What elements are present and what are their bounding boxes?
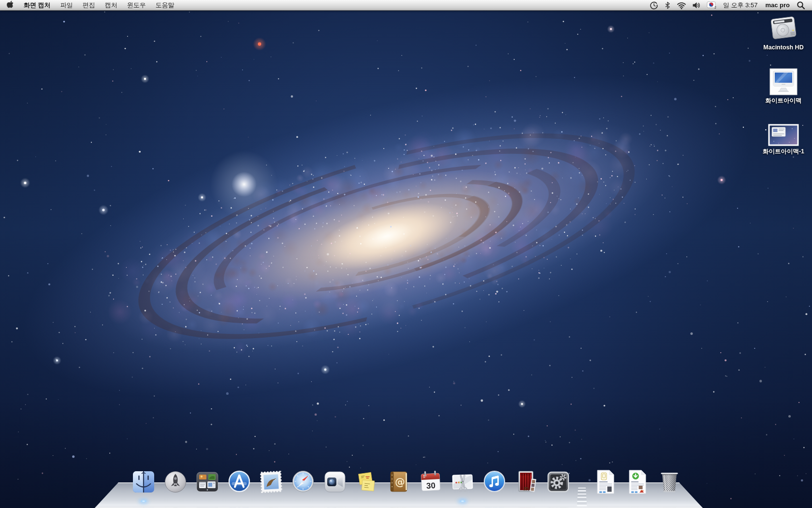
desktop-icon-white-imac-1[interactable]: 화이트아이맥-1 <box>754 124 812 156</box>
dock-item-stickies[interactable] <box>355 469 378 494</box>
address-book-icon: @ <box>387 469 410 494</box>
svg-text:@: @ <box>395 476 405 488</box>
dock-item-ical[interactable]: 30 30 <box>419 469 442 494</box>
document-1-icon <box>594 469 617 494</box>
menu-bar-right: 2 일 오후 3:57 mac pro <box>647 0 812 10</box>
menu-edit[interactable]: 편집 <box>78 0 100 10</box>
dock-item-grab[interactable] <box>451 469 474 494</box>
wifi-icon[interactable] <box>674 0 689 10</box>
apple-logo-icon <box>7 0 14 11</box>
dock-item-mail[interactable] <box>260 469 283 494</box>
dock-item-system-preferences[interactable] <box>547 469 570 494</box>
itunes-icon <box>483 469 506 494</box>
dock-item-mission-control[interactable] <box>196 469 219 494</box>
menu-clock[interactable]: 일 오후 3:57 <box>719 1 762 10</box>
dock-item-app-store[interactable] <box>228 469 251 494</box>
ical-icon: 30 <box>419 469 442 494</box>
desktop-icon-white-imac[interactable]: 화이트아이맥 <box>754 68 812 105</box>
safari-icon <box>291 469 315 494</box>
menu-bar-left: 화면 캡처 파일 편집 캡처 윈도우 도움말 <box>0 0 179 10</box>
time-machine-icon[interactable] <box>647 0 661 10</box>
dock-icons-row: @ @ 30 30 <box>132 469 681 494</box>
menu-window[interactable]: 윈도우 <box>122 0 151 10</box>
grab-icon <box>451 469 474 494</box>
dock-item-document-2[interactable] <box>626 469 649 494</box>
dock-item-launchpad[interactable] <box>164 469 187 494</box>
hard-drive-icon <box>768 13 798 43</box>
dock-item-document-1[interactable] <box>594 469 617 494</box>
desktop-icon-label: 화이트아이맥 <box>766 97 802 105</box>
document-2-icon <box>626 469 649 494</box>
menu-bar: 화면 캡처 파일 편집 캡처 윈도우 도움말 <box>0 0 812 11</box>
svg-text:30: 30 <box>426 481 435 491</box>
stickies-icon <box>355 469 378 494</box>
running-indicator <box>459 500 466 503</box>
menu-file[interactable]: 파일 <box>56 0 78 10</box>
desktop-icon-label: Macintosh HD <box>763 44 803 51</box>
mission-control-icon <box>196 469 219 494</box>
menu-help[interactable]: 도움말 <box>151 0 179 10</box>
system-preferences-icon <box>547 469 570 494</box>
desktop[interactable]: 화면 캡처 파일 편집 캡처 윈도우 도움말 <box>0 0 812 508</box>
app-store-icon <box>228 469 251 494</box>
dock-item-trash[interactable] <box>658 469 681 494</box>
finder-icon <box>132 469 155 494</box>
dock-separator <box>579 469 585 494</box>
dock-item-address-book[interactable]: @ @ <box>387 469 410 494</box>
photo-booth-icon <box>515 469 538 494</box>
facetime-icon <box>323 469 347 494</box>
korean-input-icon[interactable]: 2 <box>704 0 719 10</box>
dock-item-facetime[interactable] <box>323 469 347 494</box>
dock-item-finder[interactable] <box>132 469 155 494</box>
dock-item-safari[interactable] <box>291 469 315 494</box>
launchpad-icon <box>164 469 187 494</box>
bluetooth-icon[interactable] <box>661 0 674 10</box>
desktop-icon-label: 화이트아이맥-1 <box>763 148 804 156</box>
desktop-icon-macintosh-hd[interactable]: Macintosh HD <box>754 13 812 51</box>
running-indicator <box>140 500 147 503</box>
apple-menu[interactable] <box>0 0 19 10</box>
trash-icon <box>658 469 681 494</box>
screenshot-thumbnail-icon <box>768 124 799 146</box>
dock-item-itunes[interactable] <box>483 469 506 494</box>
korean-input-badge: 2 <box>714 6 716 9</box>
dock: @ @ 30 30 <box>0 450 812 508</box>
wallpaper-andromeda-galaxy <box>0 0 812 508</box>
volume-icon[interactable] <box>689 0 704 10</box>
spotlight-icon[interactable] <box>794 0 808 10</box>
mail-icon <box>260 469 283 494</box>
menu-capture[interactable]: 캡처 <box>100 0 122 10</box>
imac-photo-icon <box>769 68 798 95</box>
dock-item-photo-booth[interactable] <box>515 469 538 494</box>
menu-user-name[interactable]: mac pro <box>761 1 794 9</box>
menu-app-name[interactable]: 화면 캡처 <box>19 0 56 10</box>
